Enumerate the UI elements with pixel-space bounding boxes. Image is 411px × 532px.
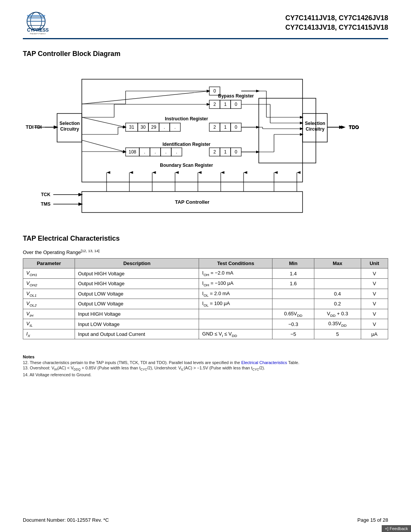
- svg-text:PERFORM: PERFORM: [30, 33, 45, 34]
- col-min: Min: [272, 259, 314, 268]
- unit-vil: V: [361, 319, 388, 329]
- svg-rect-7: [27, 21, 45, 22]
- svg-text:31: 31: [129, 125, 134, 130]
- section2-title: TAP Electrical Characteristics: [23, 235, 388, 243]
- page-header: CYPRESS PERFORM CY7C1411JV18, CY7C1426JV…: [23, 11, 388, 39]
- block-diagram-svg: 0 Bypass Register 2 1 0 Instruction Regi…: [23, 64, 388, 224]
- svg-text:Bypass Register: Bypass Register: [218, 93, 254, 99]
- desc-voh1: Output HIGH Voltage: [75, 268, 199, 279]
- characteristics-table: Parameter Description Test Conditions Mi…: [23, 258, 388, 339]
- svg-text:TMS: TMS: [41, 201, 50, 207]
- svg-text:.: .: [155, 149, 156, 155]
- table-row: VOH1 Output HIGH Voltage IOH = −2.0 mA 1…: [23, 268, 388, 279]
- max-vol2: 0.2: [314, 299, 361, 309]
- electrical-characteristics-link[interactable]: Electrical Characteristics: [241, 360, 287, 365]
- notes-section: Notes 12. These characteristics pertain …: [23, 355, 388, 377]
- svg-text:Circuitry: Circuitry: [60, 126, 79, 132]
- unit-vih: V: [361, 309, 388, 319]
- desc-vih: Input HIGH Voltage: [75, 309, 199, 319]
- header-line2: CY7C1413JV18, CY7C1415JV18: [285, 23, 388, 32]
- cond-voh2: IOH = −100 μA: [199, 278, 272, 289]
- desc-ix: Input and Output Load Current: [75, 329, 199, 339]
- svg-text:TDI: TDI: [26, 124, 34, 130]
- svg-text:30: 30: [140, 125, 146, 130]
- section1-title: TAP Controller Block Diagram: [23, 50, 388, 58]
- svg-text:Identification Register: Identification Register: [162, 142, 210, 147]
- max-voh2: [314, 278, 361, 289]
- note-14: 14. All Voltage referenced to Ground.: [23, 372, 388, 377]
- section2-subtitle: Over the Operating Range[12, 13, 14]: [23, 249, 388, 255]
- param-voh1: VOH1: [23, 268, 75, 279]
- svg-rect-6: [27, 18, 45, 19]
- svg-text:2: 2: [213, 102, 216, 107]
- header-line1: CY7C1411JV18, CY7C1426JV18: [285, 13, 388, 23]
- table-row: VOL2 Output LOW Voltage IOL = 100 μA 0.2…: [23, 299, 388, 309]
- param-ix: IX: [23, 329, 75, 339]
- svg-text:0: 0: [235, 125, 237, 130]
- svg-text:Instruction Register: Instruction Register: [165, 116, 208, 121]
- note-13: 13. Overshoot: VIH(AC) < VDDQ + 0.85V (P…: [23, 366, 388, 371]
- svg-line-67: [82, 117, 126, 127]
- table-row: VOH2 Output HIGH Voltage IOH = −100 μA 1…: [23, 278, 388, 289]
- page-number: Page 15 of 28: [357, 517, 388, 523]
- svg-text:.: .: [144, 149, 145, 155]
- feedback-button[interactable]: +] Feedback: [382, 525, 411, 532]
- cond-vol2: IOL = 100 μA: [199, 299, 272, 309]
- note-12: 12. These characteristics pertain to the…: [23, 360, 388, 365]
- svg-text:.: .: [164, 125, 165, 130]
- col-unit: Unit: [361, 259, 388, 268]
- svg-text:1: 1: [224, 102, 227, 107]
- cond-vih: [199, 309, 272, 319]
- table-header-row: Parameter Description Test Conditions Mi…: [23, 259, 388, 268]
- col-max: Max: [314, 259, 361, 268]
- unit-vol1: V: [361, 289, 388, 299]
- max-vih: VDD + 0.3: [314, 309, 361, 319]
- svg-text:TAP Controller: TAP Controller: [175, 199, 210, 205]
- desc-vol2: Output LOW Voltage: [75, 299, 199, 309]
- cond-vil: [199, 319, 272, 329]
- table-row: VOL1 Output LOW Voltage IOL = 2.0 mA 0.4…: [23, 289, 388, 299]
- svg-text:Selection: Selection: [305, 121, 325, 126]
- col-parameter: Parameter: [23, 259, 75, 268]
- svg-rect-5: [27, 15, 45, 16]
- notes-title: Notes: [23, 355, 388, 359]
- svg-text:Boundary Scan Register: Boundary Scan Register: [160, 163, 213, 168]
- min-vol1: [272, 289, 314, 299]
- svg-line-68: [82, 140, 126, 152]
- svg-text:Circuitry: Circuitry: [306, 126, 325, 132]
- svg-text:29: 29: [151, 125, 156, 130]
- cypress-logo: CYPRESS PERFORM: [23, 11, 65, 34]
- svg-text:1: 1: [224, 125, 227, 130]
- max-vil: 0.35VDD: [314, 319, 361, 329]
- block-diagram: 0 Bypass Register 2 1 0 Instruction Regi…: [23, 64, 388, 224]
- col-test-conditions: Test Conditions: [199, 259, 272, 268]
- header-title: CY7C1411JV18, CY7C1426JV18 CY7C1413JV18,…: [285, 13, 388, 32]
- cond-voh1: IOH = −2.0 mA: [199, 268, 272, 279]
- table-row: VIH Input HIGH Voltage 0.65VDD VDD + 0.3…: [23, 309, 388, 319]
- max-voh1: [314, 268, 361, 279]
- col-description: Description: [75, 259, 199, 268]
- table-row: VIL Input LOW Voltage −0.3 0.35VDD V: [23, 319, 388, 329]
- unit-voh2: V: [361, 278, 388, 289]
- svg-text:2: 2: [213, 125, 216, 130]
- svg-text:0: 0: [235, 149, 237, 155]
- svg-text:TCK: TCK: [41, 192, 51, 197]
- svg-text:.: .: [176, 149, 177, 155]
- page-footer: Document Number: 001-12557 Rev. *C Page …: [23, 517, 388, 523]
- unit-voh1: V: [361, 268, 388, 279]
- svg-text:1: 1: [224, 149, 227, 155]
- min-voh2: 1.6: [272, 278, 314, 289]
- min-voh1: 1.4: [272, 268, 314, 279]
- desc-voh2: Output HIGH Voltage: [75, 278, 199, 289]
- min-vih: 0.65VDD: [272, 309, 314, 319]
- min-ix: −5: [272, 329, 314, 339]
- doc-number: Document Number: 001-12557 Rev. *C: [23, 517, 109, 523]
- svg-text:2: 2: [213, 149, 216, 155]
- unit-vol2: V: [361, 299, 388, 309]
- cond-ix: GND ≤ VI ≤ VDD: [199, 329, 272, 339]
- min-vol2: [272, 299, 314, 309]
- max-ix: 5: [314, 329, 361, 339]
- cond-vol1: IOL = 2.0 mA: [199, 289, 272, 299]
- param-voh2: VOH2: [23, 278, 75, 289]
- svg-text:.: .: [165, 149, 166, 155]
